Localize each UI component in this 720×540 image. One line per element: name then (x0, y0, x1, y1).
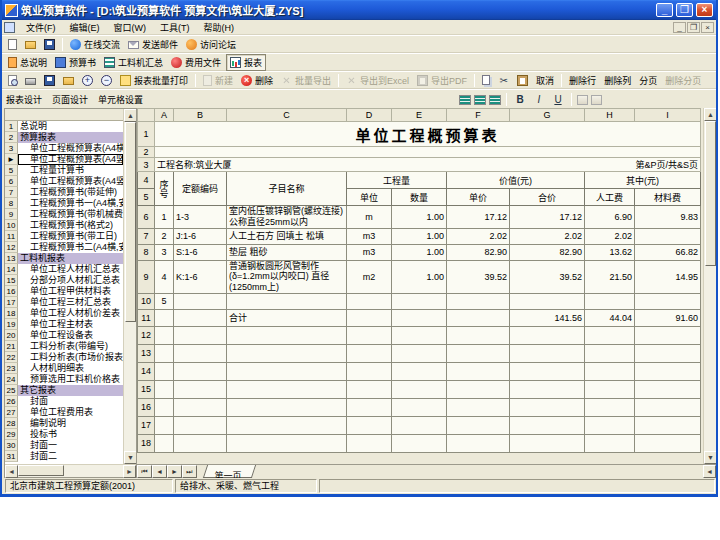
cell-unit[interactable]: m3 (347, 244, 392, 260)
sheet-cell[interactable] (227, 326, 347, 344)
export-excel-button[interactable]: ✕导出到Excel (343, 73, 412, 88)
sheet-cell[interactable] (392, 416, 447, 434)
scroll-right-icon[interactable]: ► (123, 465, 136, 478)
header-labor[interactable]: 人工费 (585, 189, 635, 206)
tree-item[interactable]: 17 单位工程三材汇总表 (5, 297, 123, 308)
scrollbar-thumb[interactable] (18, 465, 64, 476)
sheet-cell[interactable] (447, 326, 510, 344)
sheet-cell[interactable] (347, 362, 392, 380)
sheet-cell[interactable] (447, 380, 510, 398)
export-pdf-button[interactable]: 导出PDF (414, 73, 470, 88)
save-report-button[interactable] (41, 74, 58, 87)
tree-item[interactable]: 3 单位工程概预算表(A4横) (5, 143, 123, 154)
menu-window[interactable]: 窗口(W) (107, 21, 154, 34)
tree-item[interactable]: 28 编制说明 (5, 418, 123, 429)
cell-name[interactable] (227, 293, 347, 309)
tree-item[interactable]: 8 工程概预算书一(A4横,安 (5, 198, 123, 209)
copy-button[interactable] (479, 74, 493, 86)
open-report-button[interactable] (60, 74, 77, 86)
sheet-cell[interactable] (227, 362, 347, 380)
scroll-left-icon[interactable]: ◄ (5, 465, 18, 478)
bold-button[interactable]: B (512, 93, 528, 107)
header-qty[interactable]: 数量 (392, 189, 447, 206)
cell-name[interactable]: 室内低压镀锌钢管(螺纹连接) 公称直径25mm以内 (227, 206, 347, 229)
cell-unit[interactable] (347, 293, 392, 309)
tree-item[interactable]: 12 工程概预算书二(A4横,安 (5, 242, 123, 253)
cell-name[interactable]: 人工土石方 回填土 松填 (227, 228, 347, 244)
column-header[interactable]: H (585, 109, 635, 122)
cell-unit[interactable]: m3 (347, 228, 392, 244)
delete-page-break-button[interactable]: 删除分页 (662, 73, 704, 88)
row-header[interactable]: 11 (138, 309, 155, 326)
cut-button[interactable]: ✂ (495, 74, 512, 87)
sheet-cell[interactable] (347, 326, 392, 344)
header-total[interactable]: 合价 (510, 189, 585, 206)
menu-edit[interactable]: 编辑(E) (63, 21, 107, 34)
sheet-cell[interactable] (155, 416, 174, 434)
menu-tools[interactable]: 工具(T) (153, 21, 197, 34)
cell-seq[interactable]: 4 (155, 260, 174, 293)
row-header[interactable]: 1 (138, 122, 155, 147)
header-seq[interactable]: 序号 (155, 172, 174, 206)
visit-forum-button[interactable]: 访问论坛 (183, 37, 239, 52)
cell-labor[interactable] (585, 293, 635, 309)
mdi-restore-button[interactable]: ❐ (687, 22, 700, 33)
tree-item[interactable]: 15 分部分项人材机汇总表 (5, 275, 123, 286)
tree-item[interactable]: 2 预算报表 (5, 132, 123, 143)
cancel-button[interactable]: 取消 (533, 73, 557, 88)
page-break-button[interactable]: 分页 (636, 73, 660, 88)
minimize-button[interactable]: _ (656, 3, 673, 17)
sheet-cell[interactable] (155, 434, 174, 452)
sheet-cell[interactable] (510, 434, 585, 452)
cell-material[interactable]: 14.95 (635, 260, 701, 293)
row-header[interactable]: 12 (138, 326, 155, 344)
sheet-cell[interactable] (447, 416, 510, 434)
sheet-cell[interactable] (174, 398, 227, 416)
tree-item[interactable]: 14 单位工程人材机汇总表 (5, 264, 123, 275)
sheet-cell[interactable] (174, 416, 227, 434)
general-notes-button[interactable]: 总说明 (5, 55, 50, 70)
total-material[interactable]: 91.60 (635, 309, 701, 326)
column-header[interactable]: E (392, 109, 447, 122)
scroll-up-icon[interactable]: ▲ (704, 108, 716, 121)
sheet-cell[interactable] (510, 416, 585, 434)
batch-print-button[interactable]: 报表批量打印 (117, 73, 191, 88)
tree-item[interactable]: ► 单位工程概预算表(A4竖) (5, 154, 123, 165)
sheet-cell[interactable] (635, 380, 701, 398)
cell-price[interactable]: 82.90 (447, 244, 510, 260)
sheet-cell[interactable] (227, 416, 347, 434)
tab-scroll-corner[interactable]: ◄ (703, 465, 716, 478)
new-report-button[interactable]: 新建 (200, 73, 236, 88)
cell-code[interactable]: J:1-6 (174, 228, 227, 244)
sheet-cell[interactable] (635, 434, 701, 452)
tree-item[interactable]: 5 工程量计算书 (5, 165, 123, 176)
tree-item[interactable]: 19 单位工程主材表 (5, 319, 123, 330)
mdi-child-icon[interactable] (4, 22, 15, 33)
header-code[interactable]: 定额编码 (174, 172, 227, 206)
cell-labor[interactable]: 2.02 (585, 228, 635, 244)
scroll-up-icon[interactable]: ▲ (124, 109, 136, 122)
column-header[interactable]: G (510, 109, 585, 122)
scroll-down-icon[interactable]: ▼ (704, 451, 716, 464)
sheet-cell[interactable] (155, 344, 174, 362)
scrollbar-thumb[interactable] (125, 122, 136, 322)
sheet-cell[interactable] (447, 434, 510, 452)
tree-item[interactable]: 10 工程概预算书(格式2) (5, 220, 123, 231)
tree-item[interactable]: 1 总说明 (5, 121, 123, 132)
cell-unit[interactable]: m2 (347, 260, 392, 293)
column-header[interactable]: B (174, 109, 227, 122)
sheet-cell[interactable] (585, 326, 635, 344)
tree-item[interactable]: 30 封面一 (5, 440, 123, 451)
cell-labor[interactable]: 21.50 (585, 260, 635, 293)
cell-material[interactable]: 9.83 (635, 206, 701, 229)
tree-item[interactable]: 21 工料分析表(带编号) (5, 341, 123, 352)
tree-item[interactable]: 7 工程概预算书(带延伸) (5, 187, 123, 198)
row-header[interactable]: 7 (138, 228, 155, 244)
sheet-cell[interactable] (347, 434, 392, 452)
sheet-cell[interactable] (347, 416, 392, 434)
italic-button[interactable]: I (531, 93, 547, 107)
header-price[interactable]: 单价 (447, 189, 510, 206)
sheet-cell[interactable] (392, 326, 447, 344)
close-button[interactable]: × (696, 3, 713, 17)
cell-material[interactable] (635, 293, 701, 309)
